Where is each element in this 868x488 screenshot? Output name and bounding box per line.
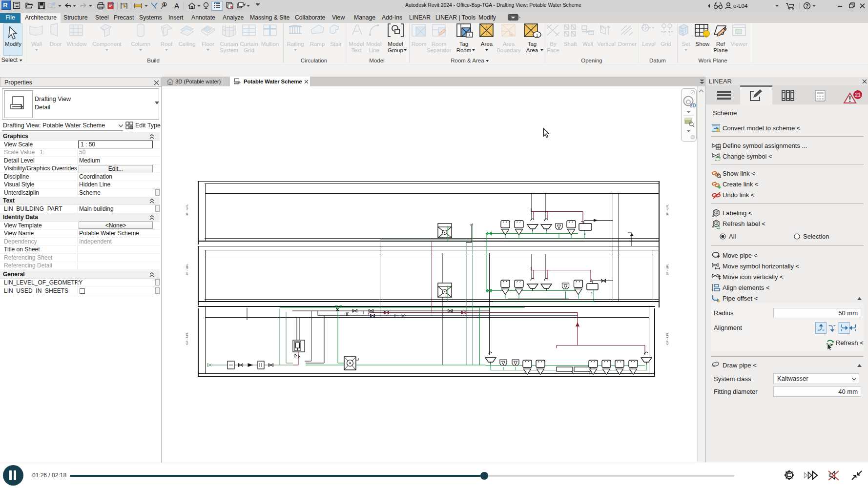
svg-text:1: 1 xyxy=(164,3,165,6)
svg-text:Group: Group xyxy=(388,47,403,53)
svg-text:Curtain: Curtain xyxy=(220,41,238,47)
svg-text:Room: Room xyxy=(432,41,447,47)
svg-text:Boundary: Boundary xyxy=(496,47,520,53)
svg-text:3F - UFL: 3F - UFL xyxy=(186,204,188,216)
svg-text:R: R xyxy=(3,1,8,9)
svg-text:Door: Door xyxy=(50,41,62,47)
svg-text:Grid: Grid xyxy=(244,47,254,53)
svg-text:1: 1 xyxy=(642,23,644,26)
svg-text:Roof: Roof xyxy=(161,41,173,47)
svg-text:Floor: Floor xyxy=(202,41,214,47)
svg-text:0: 0 xyxy=(591,292,593,295)
svg-text:Set: Set xyxy=(682,41,690,47)
svg-text:Plane: Plane xyxy=(713,47,727,53)
svg-text:3F - UFL: 3F - UFL xyxy=(666,204,669,216)
svg-text:Window: Window xyxy=(67,41,87,47)
svg-text:Curtain: Curtain xyxy=(240,41,258,47)
svg-text:Dormer: Dormer xyxy=(618,41,637,47)
svg-text:Stair: Stair xyxy=(330,41,342,47)
svg-text:Tag: Tag xyxy=(459,41,469,47)
svg-text:GF - UFL: GF - UFL xyxy=(186,332,188,345)
svg-text:Tag: Tag xyxy=(528,41,537,47)
svg-text:Level: Level xyxy=(642,41,656,47)
svg-text:Grid: Grid xyxy=(661,41,671,47)
svg-text:e-L04: e-L04 xyxy=(733,3,748,9)
svg-text:Model: Model xyxy=(349,41,364,47)
svg-text:1: 1 xyxy=(715,222,717,225)
svg-text:Separator: Separator xyxy=(427,47,452,53)
svg-text:2D: 2D xyxy=(690,103,696,108)
svg-text:Vertical: Vertical xyxy=(597,41,616,47)
svg-text:System: System xyxy=(220,47,238,53)
svg-text:2F - UFL: 2F - UFL xyxy=(666,264,669,275)
svg-text:Line: Line xyxy=(369,47,379,53)
svg-text:Show: Show xyxy=(696,41,710,47)
svg-text:GF - UFL: GF - UFL xyxy=(666,332,669,345)
svg-text:Ceiling: Ceiling xyxy=(178,41,195,47)
svg-text:1: 1 xyxy=(715,211,717,214)
svg-text:A: A xyxy=(174,1,179,10)
svg-text:Face: Face xyxy=(547,47,559,53)
svg-text:Wall: Wall xyxy=(582,41,593,47)
svg-text:Shaft: Shaft xyxy=(564,41,578,47)
svg-text:Area: Area xyxy=(503,41,515,47)
svg-text:Area: Area xyxy=(526,47,538,53)
svg-text:2F - UFL: 2F - UFL xyxy=(186,264,188,275)
svg-text:1: 1 xyxy=(468,33,471,37)
svg-text:Railing: Railing xyxy=(287,41,304,47)
svg-text:Area: Area xyxy=(481,41,493,47)
svg-text:Model: Model xyxy=(388,41,403,47)
svg-text:Ramp: Ramp xyxy=(310,41,325,47)
svg-text:0: 0 xyxy=(584,232,586,235)
svg-text:Mullion: Mullion xyxy=(261,41,279,47)
svg-text:21: 21 xyxy=(855,92,861,98)
svg-text:?: ? xyxy=(806,3,808,9)
svg-text:Component: Component xyxy=(92,41,122,47)
svg-text:Model: Model xyxy=(366,41,381,47)
svg-text:Ref: Ref xyxy=(716,41,725,47)
svg-text:Text: Text xyxy=(351,47,362,53)
svg-text:By: By xyxy=(550,41,557,47)
svg-text:Column: Column xyxy=(131,41,150,47)
svg-text:Room: Room xyxy=(412,41,427,47)
svg-text:Room: Room xyxy=(456,47,472,53)
svg-text:Wall: Wall xyxy=(31,41,42,47)
svg-text:1: 1 xyxy=(536,33,538,38)
svg-text:Viewer: Viewer xyxy=(731,41,748,47)
